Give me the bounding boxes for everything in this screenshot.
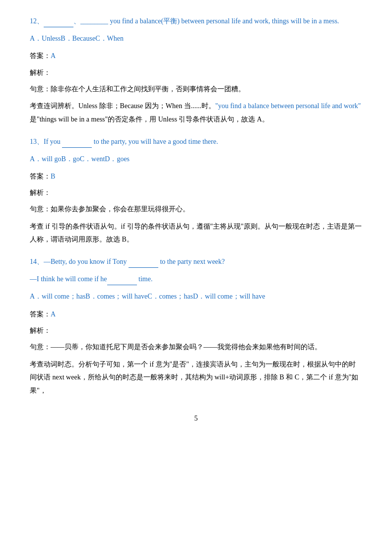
- q13-meaning: 句意：如果你去参加聚会，你会在那里玩得很开心。: [30, 203, 362, 216]
- q12-meaning: 句意：除非你在个人生活和工作之间找到平衡，否则事情将会一团糟。: [30, 83, 362, 96]
- q13-number: 13: [30, 138, 37, 145]
- q12-blank: [44, 27, 73, 27]
- q14-number: 14: [30, 258, 37, 265]
- q12-analysis-header: 解析：: [30, 66, 362, 79]
- q12-answer-value: A: [51, 52, 56, 60]
- q12-answer-line: 答案：A: [30, 50, 362, 62]
- q14-answer-label: 答案：: [30, 310, 51, 318]
- q13-answer-label: 答案：: [30, 173, 51, 180]
- q14-analysis-header: 解析：: [30, 324, 362, 337]
- q14-meaning: 句意：——贝蒂，你知道托尼下周是否会来参加聚会吗？——我觉得他会来如果他有时间的…: [30, 341, 362, 354]
- q14-blank1: [129, 267, 158, 268]
- q12-analysis-en: "you find a balance between personal lif…: [215, 102, 361, 110]
- q13-answer-value: B: [51, 173, 55, 180]
- q14-options-text: A．will come；hasB．comes；will haveC．comes；…: [30, 293, 265, 300]
- page-number: 5: [30, 412, 362, 425]
- q14-analysis-body-text: 考查动词时态。分析句子可知，第一个 if 意为"是否"，连接宾语从句，主句为一般…: [30, 361, 358, 394]
- q13-blank: [62, 147, 92, 148]
- q12-analysis-body1: 考查连词辨析。Unless 除非；Because 因为；When 当......…: [30, 102, 215, 110]
- question-12: 12、、________ you find a balance(平衡) betw…: [30, 15, 362, 126]
- q14-meaning-text: 句意：——贝蒂，你知道托尼下周是否会来参加聚会吗？——我觉得他会来如果他有时间的…: [30, 343, 322, 351]
- q12-options-text: A．UnlessB．BecauseC．When: [30, 35, 124, 42]
- q14-answer-value: A: [51, 310, 56, 318]
- question-14: 14、—Betty, do you know if Tony to the pa…: [30, 255, 362, 397]
- q13-meaning-text: 句意：如果你去参加聚会，你会在那里玩得很开心。: [30, 205, 190, 213]
- q13-answer-line: 答案：B: [30, 170, 362, 183]
- q12-title-text: 、________ you find a balance(平衡) between…: [73, 17, 339, 25]
- q13-analysis-body-text: 考查 if 引导的条件状语从句。if 引导的条件状语从句，遵循"主将从现"原则。…: [30, 223, 362, 244]
- q13-analysis-body: 考查 if 引导的条件状语从句。if 引导的条件状语从句，遵循"主将从现"原则。…: [30, 220, 362, 247]
- q13-title: 13、If you to the party, you will have a …: [30, 135, 362, 148]
- question-13: 13、If you to the party, you will have a …: [30, 135, 362, 247]
- q14-analysis-body: 考查动词时态。分析句子可知，第一个 if 意为"是否"，连接宾语从句，主句为一般…: [30, 358, 362, 398]
- q12-options: A．UnlessB．BecauseC．When: [30, 32, 362, 45]
- q12-title: 12、、________ you find a balance(平衡) betw…: [30, 15, 362, 27]
- q12-answer-label: 答案：: [30, 52, 51, 60]
- q13-options: A．will goB．goC．wentD．goes: [30, 153, 362, 165]
- q12-meaning-text: 句意：除非你在个人生活和工作之间找到平衡，否则事情将会一团糟。: [30, 85, 245, 93]
- q12-analysis-label: 解析：: [30, 69, 51, 76]
- q14-answer-line: 答案：A: [30, 308, 362, 320]
- q14-title: 14、—Betty, do you know if Tony to the pa…: [30, 255, 362, 268]
- q14-blank2: [107, 285, 137, 285]
- q14-title2: —I think he will come if he time.: [30, 273, 362, 285]
- q13-title-text: to the party, you will have a good time …: [92, 138, 218, 145]
- page-number-text: 5: [195, 415, 198, 422]
- q13-analysis-label: 解析：: [30, 189, 51, 196]
- q12-number: 12: [30, 17, 37, 25]
- q14-options: A．will come；hasB．comes；will haveC．comes；…: [30, 290, 362, 303]
- q14-analysis-label: 解析：: [30, 327, 51, 334]
- q13-options-text: A．will goB．goC．wentD．goes: [30, 155, 130, 163]
- q12-sep: 、: [37, 17, 44, 25]
- q12-analysis-body: 考查连词辨析。Unless 除非；Because 因为；When 当......…: [30, 100, 362, 126]
- q13-analysis-header: 解析：: [30, 186, 362, 199]
- q12-analysis-body2: 是"things will be in a mess"的否定条件，用 Unles…: [30, 116, 269, 123]
